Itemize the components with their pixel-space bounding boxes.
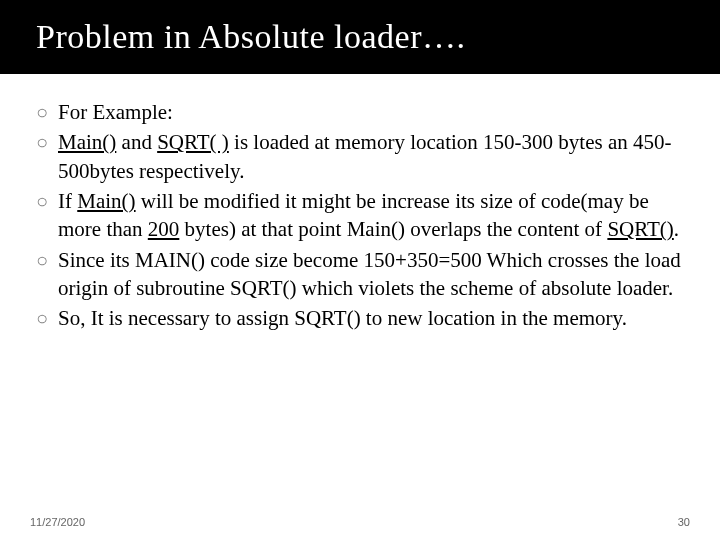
- bullet-text: For Example:: [58, 98, 684, 126]
- footer-page-number: 30: [678, 516, 690, 528]
- bullet-icon: ○: [36, 187, 58, 244]
- bullet-text: Main() and SQRT( ) is loaded at memory l…: [58, 128, 684, 185]
- list-item: ○ For Example:: [36, 98, 684, 126]
- footer-date: 11/27/2020: [30, 516, 85, 528]
- title-band: Problem in Absolute loader….: [0, 0, 720, 74]
- bullet-icon: ○: [36, 246, 58, 303]
- underline-text: Main(): [77, 189, 135, 213]
- slide-content: ○ For Example: ○ Main() and SQRT( ) is l…: [0, 74, 720, 540]
- bullet-icon: ○: [36, 304, 58, 332]
- list-item: ○ So, It is necessary to assign SQRT() t…: [36, 304, 684, 332]
- list-item: ○ Main() and SQRT( ) is loaded at memory…: [36, 128, 684, 185]
- underline-text: Main(): [58, 130, 116, 154]
- slide: Problem in Absolute loader…. ○ For Examp…: [0, 0, 720, 540]
- bullet-text: If Main() will be modified it might be i…: [58, 187, 684, 244]
- bullet-text: So, It is necessary to assign SQRT() to …: [58, 304, 684, 332]
- list-item: ○ Since its MAIN() code size become 150+…: [36, 246, 684, 303]
- bullet-icon: ○: [36, 128, 58, 185]
- list-item: ○ If Main() will be modified it might be…: [36, 187, 684, 244]
- slide-footer: 11/27/2020 30: [0, 516, 720, 528]
- underline-text: SQRT(): [607, 217, 673, 241]
- bullet-text: Since its MAIN() code size become 150+35…: [58, 246, 684, 303]
- underline-text: 200: [148, 217, 180, 241]
- underline-text: SQRT( ): [157, 130, 229, 154]
- slide-title: Problem in Absolute loader….: [36, 18, 720, 56]
- bullet-icon: ○: [36, 98, 58, 126]
